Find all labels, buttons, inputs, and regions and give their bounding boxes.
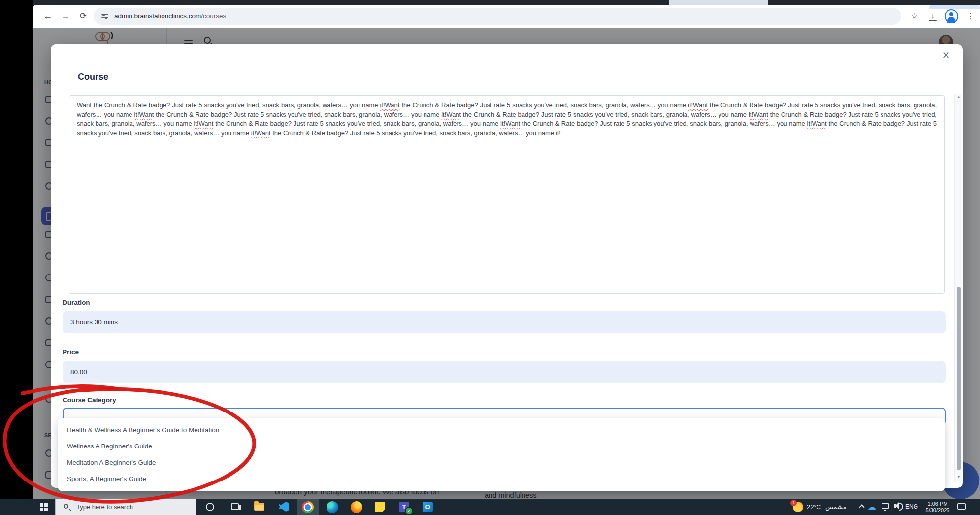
screen: ← → ⟳ admin.brainstationclinics.com/cour… xyxy=(0,0,980,515)
dropdown-option[interactable]: Sports, A Beginner's Guide xyxy=(58,471,945,487)
course-category-dropdown: Health & Wellness A Beginner's Guide to … xyxy=(58,418,945,491)
scrollbar-thumb[interactable] xyxy=(957,287,961,470)
scroll-up-icon[interactable]: ▲ xyxy=(955,95,963,99)
price-input[interactable]: 80.00 xyxy=(63,361,946,383)
weather-text-arabic[interactable]: مشمس xyxy=(825,499,847,515)
modal-title: Course xyxy=(78,72,108,82)
background-window-edge xyxy=(929,5,980,9)
windows-taskbar: Type here to search T O 1 22°C مشمس ☁ EN… xyxy=(0,499,980,515)
taskbar-search-box[interactable]: Type here to search xyxy=(55,499,196,515)
weather-icon[interactable]: 1 xyxy=(793,502,803,512)
site-security-icon[interactable] xyxy=(101,13,108,19)
search-icon xyxy=(64,504,68,509)
chrome-icon[interactable] xyxy=(302,501,314,513)
back-arrow-icon[interactable]: ← xyxy=(40,5,55,28)
close-icon[interactable]: ✕ xyxy=(939,48,953,62)
dropdown-option[interactable]: Wellness A Beginner's Guide xyxy=(58,438,945,454)
browser-tab-strip xyxy=(33,0,980,5)
tray-chevron-up-icon[interactable] xyxy=(859,504,864,510)
firefox-icon[interactable] xyxy=(351,501,362,513)
duration-input[interactable]: 3 hours 30 mins xyxy=(63,311,946,333)
edge-icon[interactable] xyxy=(327,501,338,513)
language-indicator[interactable]: ENG xyxy=(905,499,918,515)
dropdown-option[interactable]: Health & Wellness A Beginner's Guide to … xyxy=(58,422,945,438)
file-explorer-icon[interactable] xyxy=(254,503,264,511)
volume-icon[interactable] xyxy=(894,504,896,508)
network-icon[interactable] xyxy=(882,503,889,509)
reload-icon[interactable]: ⟳ xyxy=(76,5,91,28)
sticky-notes-icon[interactable] xyxy=(375,502,385,512)
bookmark-star-icon[interactable]: ☆ xyxy=(907,5,922,28)
course-description-field[interactable]: Want the Crunch & Rate badge? Just rate … xyxy=(69,95,945,294)
browser-profile-icon[interactable] xyxy=(945,9,958,23)
outlook-icon[interactable]: O xyxy=(423,502,433,512)
page-content: HO SE broaden your therapeutic toolkit. … xyxy=(33,28,980,499)
search-placeholder: Type here to search xyxy=(76,499,133,515)
dropdown-option[interactable]: Meditation A Beginner's Guide xyxy=(58,454,945,471)
course-description-text: Want the Crunch & Rate badge? Just rate … xyxy=(69,96,944,143)
cortana-icon[interactable] xyxy=(206,503,214,511)
onedrive-icon[interactable]: ☁ xyxy=(868,502,876,515)
time-text: 1:06 PM xyxy=(924,501,951,507)
modal-scrollbar[interactable]: ▲ ▼ xyxy=(954,94,962,482)
action-center-icon[interactable] xyxy=(957,503,966,510)
duration-label: Duration xyxy=(63,299,90,306)
price-label: Price xyxy=(63,348,79,356)
inactive-tab[interactable] xyxy=(669,0,768,5)
forward-arrow-icon[interactable]: → xyxy=(58,5,73,28)
vscode-icon[interactable] xyxy=(279,502,289,512)
notification-badge: 1 xyxy=(790,500,797,506)
scroll-down-icon[interactable]: ▼ xyxy=(955,475,963,479)
url-text: admin.brainstationclinics.com/courses xyxy=(114,8,226,25)
clock[interactable]: 1:06 PM 5/30/2025 xyxy=(924,499,951,515)
browser-toolbar: ← → ⟳ admin.brainstationclinics.com/cour… xyxy=(33,5,980,28)
date-text: 5/30/2025 xyxy=(924,507,951,514)
teams-icon[interactable]: T xyxy=(399,502,409,512)
download-icon[interactable]: ↓ xyxy=(929,12,937,21)
task-view-icon[interactable] xyxy=(231,503,239,510)
course-category-label: Course Category xyxy=(63,396,116,404)
start-button-icon[interactable] xyxy=(38,499,49,515)
address-bar[interactable]: admin.brainstationclinics.com/courses xyxy=(94,8,901,25)
temperature-text[interactable]: 22°C xyxy=(807,499,821,515)
